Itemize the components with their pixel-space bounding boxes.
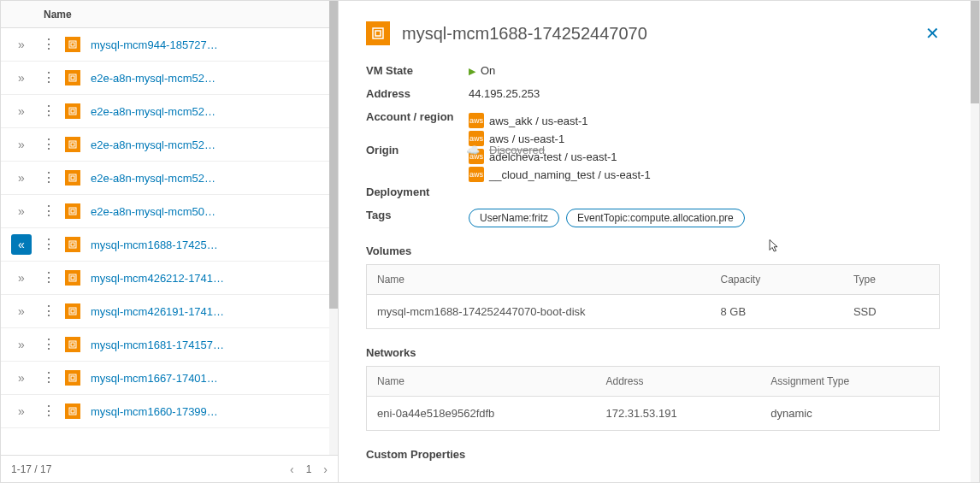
row-actions-menu[interactable]: ⋮ [42, 71, 55, 85]
table-row[interactable]: ⋮mysql-mcm1681-174157… [1, 328, 329, 362]
detail-panel: mysql-mcm1688-174252447070 ✕ VM State On… [339, 1, 979, 482]
net-col-assign[interactable]: Assignment Type [760, 367, 939, 397]
resource-name-link[interactable]: mysql-mcm944-185727… [91, 38, 218, 51]
right-scrollbar-thumb[interactable] [971, 1, 979, 103]
expand-toggle[interactable] [11, 268, 32, 288]
list-header[interactable]: Name [1, 1, 338, 28]
svg-rect-12 [69, 241, 76, 248]
resource-name-link[interactable]: mysql-mcm426212-1741… [91, 272, 224, 285]
resource-name-link[interactable]: e2e-a8n-mysql-mcm52… [91, 138, 215, 151]
svg-rect-24 [373, 28, 383, 38]
svg-rect-8 [69, 174, 76, 181]
vol-col-capacity[interactable]: Capacity [711, 265, 843, 295]
resource-name-link[interactable]: mysql-mcm1667-17401… [91, 372, 218, 385]
row-actions-menu[interactable]: ⋮ [42, 171, 55, 185]
row-actions-menu[interactable]: ⋮ [42, 304, 55, 318]
svg-rect-17 [71, 309, 74, 313]
net-col-name[interactable]: Name [367, 367, 596, 397]
table-row[interactable]: ⋮e2e-a8n-mysql-mcm52… [1, 162, 329, 195]
table-row[interactable]: mysql-mcm1688-174252447070-boot-disk8 GB… [367, 295, 940, 329]
svg-rect-13 [71, 243, 74, 246]
right-scrollbar-track[interactable] [971, 1, 979, 482]
row-actions-menu[interactable]: ⋮ [42, 371, 55, 385]
resource-name-link[interactable]: mysql-mcm1660-17399… [91, 405, 218, 418]
expand-toggle[interactable] [11, 201, 32, 221]
net-col-address[interactable]: Address [596, 367, 761, 397]
svg-rect-21 [71, 376, 74, 380]
resource-name-link[interactable]: mysql-mcm426191-1741… [91, 305, 224, 318]
resource-name-link[interactable]: e2e-a8n-mysql-mcm52… [91, 72, 215, 85]
row-actions-menu[interactable]: ⋮ [42, 238, 55, 251]
list-body: ⋮mysql-mcm944-185727…⋮e2e-a8n-mysql-mcm5… [1, 28, 329, 455]
table-row[interactable]: ⋮e2e-a8n-mysql-mcm50… [1, 195, 329, 228]
row-actions-menu[interactable]: ⋮ [42, 104, 55, 118]
deployment-label: Deployment [366, 186, 469, 198]
row-actions-menu[interactable]: ⋮ [42, 38, 55, 51]
table-row[interactable]: ⋮mysql-mcm426191-1741… [1, 295, 329, 328]
prev-page-button[interactable]: ‹ [290, 462, 294, 476]
origin-value: Discovered [489, 144, 545, 156]
table-row[interactable]: ⋮e2e-a8n-mysql-mcm52… [1, 128, 329, 162]
table-row[interactable]: ⋮mysql-mcm1660-17399… [1, 395, 329, 428]
table-row[interactable]: eni-0a44e518e9562fdfb172.31.53.191dynami… [367, 397, 940, 431]
table-row[interactable]: ⋮e2e-a8n-mysql-mcm52… [1, 62, 329, 95]
vm-icon [65, 203, 80, 219]
left-scrollbar-track[interactable] [329, 1, 338, 455]
expand-toggle[interactable] [11, 168, 32, 188]
tag-chip[interactable]: UserName:fritz [469, 209, 559, 227]
table-row[interactable]: ⋮mysql-mcm1688-17425… [1, 228, 329, 262]
svg-rect-19 [71, 343, 74, 346]
detail-content: mysql-mcm1688-174252447070 ✕ VM State On… [339, 1, 971, 474]
table-row[interactable]: ⋮mysql-mcm944-185727… [1, 28, 329, 62]
expand-toggle[interactable] [11, 134, 32, 155]
app-root: Name ⋮mysql-mcm944-185727…⋮e2e-a8n-mysql… [0, 0, 980, 483]
left-scrollbar-thumb[interactable] [329, 1, 338, 309]
expand-toggle[interactable] [11, 334, 32, 355]
address-label: Address [366, 87, 469, 100]
origin-label: Origin [366, 144, 469, 156]
expand-toggle[interactable] [11, 34, 32, 55]
expand-toggle[interactable] [11, 68, 32, 88]
aws-icon: aws [469, 167, 484, 182]
row-actions-menu[interactable]: ⋮ [42, 404, 55, 418]
vm-icon [65, 70, 80, 85]
resource-list-panel: Name ⋮mysql-mcm944-185727…⋮e2e-a8n-mysql… [1, 1, 339, 482]
vol-col-name[interactable]: Name [367, 265, 711, 295]
svg-rect-15 [71, 276, 74, 280]
tags-value: UserName:fritzEventTopic:compute.allocat… [469, 209, 940, 227]
row-actions-menu[interactable]: ⋮ [42, 271, 55, 285]
table-row[interactable]: ⋮mysql-mcm1667-17401… [1, 362, 329, 395]
row-actions-menu[interactable]: ⋮ [42, 138, 55, 151]
vm-icon [65, 303, 80, 319]
vm-icon [65, 370, 80, 386]
expand-toggle[interactable] [11, 401, 32, 421]
tag-chip[interactable]: EventTopic:compute.allocation.pre [566, 209, 745, 227]
net-assign: dynamic [760, 397, 939, 431]
custom-properties-section-title: Custom Properties [366, 448, 940, 461]
resource-name-link[interactable]: mysql-mcm1688-17425… [91, 239, 218, 251]
address-value: 44.195.25.253 [469, 87, 940, 100]
mouse-cursor-icon [767, 239, 782, 254]
resource-name-link[interactable]: e2e-a8n-mysql-mcm50… [91, 205, 215, 218]
table-row[interactable]: ⋮e2e-a8n-mysql-mcm52… [1, 95, 329, 128]
vm-icon [65, 103, 80, 119]
row-actions-menu[interactable]: ⋮ [42, 204, 55, 218]
row-actions-menu[interactable]: ⋮ [42, 338, 55, 351]
expand-toggle[interactable] [11, 101, 32, 121]
expand-toggle[interactable] [11, 301, 32, 321]
current-page: 1 [306, 463, 312, 475]
expand-toggle[interactable] [11, 234, 32, 255]
next-page-button[interactable]: › [323, 462, 328, 476]
svg-rect-2 [69, 74, 76, 81]
svg-rect-5 [71, 109, 74, 113]
resource-name-link[interactable]: e2e-a8n-mysql-mcm52… [91, 105, 215, 118]
svg-rect-7 [71, 143, 74, 146]
resource-name-link[interactable]: e2e-a8n-mysql-mcm52… [91, 172, 215, 185]
table-row[interactable]: ⋮mysql-mcm426212-1741… [1, 262, 329, 295]
close-icon[interactable]: ✕ [925, 23, 940, 44]
resource-name-link[interactable]: mysql-mcm1681-174157… [91, 339, 224, 351]
vm-icon [65, 170, 80, 186]
vol-col-type[interactable]: Type [843, 265, 940, 295]
volumes-table: Name Capacity Type mysql-mcm1688-1742524… [366, 264, 940, 329]
expand-toggle[interactable] [11, 368, 32, 388]
